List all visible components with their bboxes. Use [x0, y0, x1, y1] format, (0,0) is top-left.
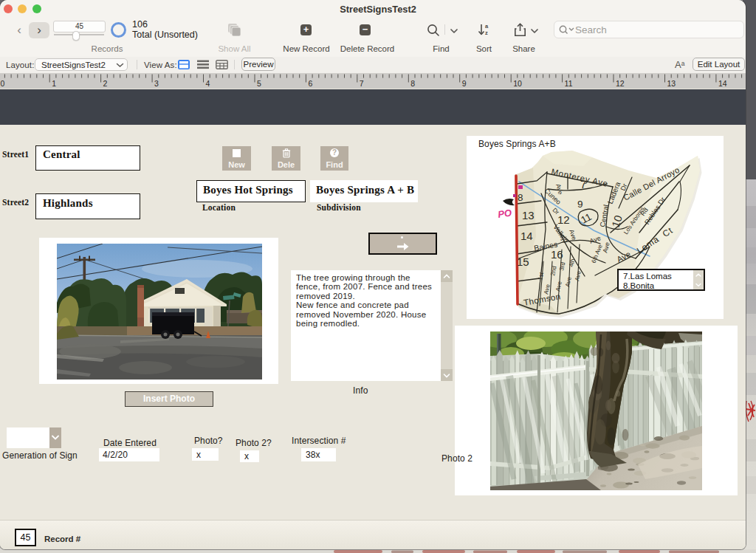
- svg-text:5: 5: [257, 79, 261, 88]
- svg-text:14: 14: [520, 230, 533, 242]
- svg-text:10: 10: [513, 79, 522, 88]
- svg-text:4: 4: [206, 79, 210, 88]
- svg-text:9: 9: [577, 199, 583, 210]
- svg-text:13: 13: [522, 209, 535, 221]
- svg-text:3: 3: [154, 79, 159, 88]
- svg-text:16: 16: [551, 248, 563, 261]
- svg-text:1: 1: [52, 79, 56, 88]
- svg-text:14: 14: [718, 79, 727, 88]
- svg-text:z: z: [485, 30, 488, 36]
- svg-text:13: 13: [667, 79, 676, 88]
- svg-text:8: 8: [518, 192, 523, 203]
- svg-text:0: 0: [1, 79, 5, 88]
- svg-text:6: 6: [308, 79, 312, 88]
- svg-text:9: 9: [462, 79, 467, 88]
- svg-text:7: 7: [360, 79, 364, 88]
- svg-text:2: 2: [103, 79, 108, 88]
- svg-text:8: 8: [410, 79, 415, 88]
- svg-text:PO: PO: [497, 207, 512, 220]
- svg-text:15: 15: [517, 255, 529, 268]
- svg-text:a: a: [485, 23, 489, 30]
- svg-text:11: 11: [565, 79, 573, 88]
- svg-text:12: 12: [616, 79, 625, 88]
